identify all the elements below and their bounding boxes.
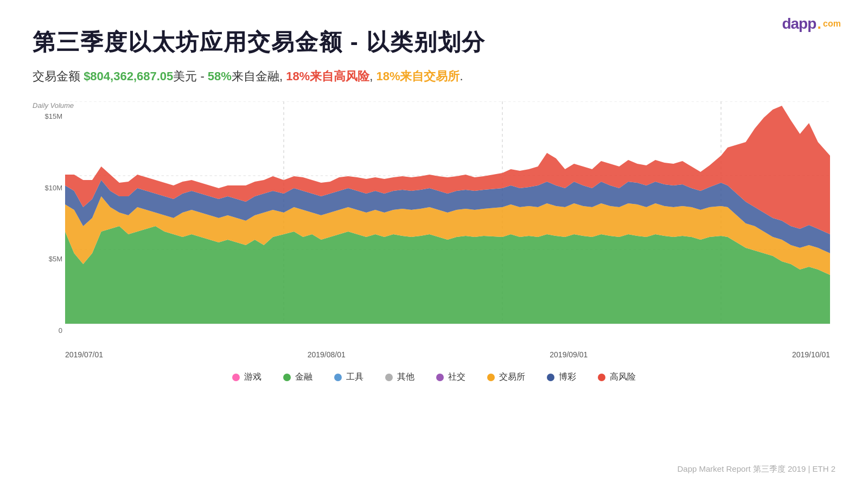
x-tick-oct: 2019/10/01 bbox=[792, 350, 830, 359]
y-tick-10m: $10M bbox=[35, 184, 62, 192]
legend-dot-exchange bbox=[487, 374, 495, 381]
legend-dot-tools bbox=[334, 374, 342, 381]
risk-pct: 18% bbox=[286, 69, 310, 83]
legend-dot-social bbox=[436, 374, 444, 381]
x-tick-aug: 2019/08/01 bbox=[308, 350, 346, 359]
comma1: , bbox=[279, 69, 286, 83]
page-container: dapp . com 第三季度以太坊应用交易金额 - 以类别划分 交易金额 $8… bbox=[0, 0, 868, 488]
logo-dot: . bbox=[817, 15, 821, 33]
chart-area: Daily Volume $15M $10M $5M 0 bbox=[33, 101, 835, 362]
x-tick-sep: 2019/09/01 bbox=[550, 350, 588, 359]
legend-item-exchange: 交易所 bbox=[487, 371, 525, 383]
legend-item-gambling: 博彩 bbox=[547, 371, 576, 383]
legend-label-other: 其他 bbox=[397, 371, 414, 383]
legend-dot-gambling bbox=[547, 374, 554, 381]
legend-label-social: 社交 bbox=[448, 371, 465, 383]
legend-label-highrisk: 高风险 bbox=[610, 371, 636, 383]
legend-item-other: 其他 bbox=[385, 371, 414, 383]
amount-value: $804,362,687.05 bbox=[84, 69, 173, 83]
risk-label: 来自高风险 bbox=[310, 69, 369, 83]
legend-label-finance: 金融 bbox=[295, 371, 312, 383]
y-tick-15m: $15M bbox=[35, 112, 62, 120]
y-tick-5m: $5M bbox=[35, 255, 62, 263]
period: . bbox=[459, 69, 463, 83]
legend-label-tools: 工具 bbox=[346, 371, 363, 383]
legend-label-gambling: 博彩 bbox=[559, 371, 576, 383]
legend-label-game: 游戏 bbox=[244, 371, 261, 383]
x-tick-jul: 2019/07/01 bbox=[65, 350, 103, 359]
chart-svg-wrapper bbox=[65, 101, 830, 335]
legend-dot-other bbox=[385, 374, 393, 381]
exchange-pct: 18% bbox=[376, 69, 400, 83]
legend-item-game: 游戏 bbox=[232, 371, 261, 383]
finance-pct: 58% bbox=[208, 69, 232, 83]
legend-item-finance: 金融 bbox=[283, 371, 312, 383]
comma2: , bbox=[369, 69, 376, 83]
page-title: 第三季度以太坊应用交易金额 - 以类别划分 bbox=[33, 27, 835, 57]
exchange-label: 来自交易所 bbox=[400, 69, 459, 83]
subtitle-currency: 美元 - bbox=[173, 69, 208, 83]
legend-dot-game bbox=[232, 374, 240, 381]
logo: dapp . com bbox=[782, 15, 841, 33]
logo-tld: com bbox=[823, 19, 841, 29]
subtitle: 交易金额 $804,362,687.05美元 - 58%来自金融, 18%来自高… bbox=[33, 67, 835, 85]
legend-item-highrisk: 高风险 bbox=[598, 371, 636, 383]
legend-dot-finance bbox=[283, 374, 291, 381]
finance-label: 来自金融 bbox=[232, 69, 279, 83]
legend-item-tools: 工具 bbox=[334, 371, 363, 383]
x-axis: 2019/07/01 2019/08/01 2019/09/01 2019/10… bbox=[65, 350, 830, 359]
chart-svg bbox=[65, 101, 830, 335]
subtitle-prefix: 交易金额 bbox=[33, 69, 84, 83]
logo-brand: dapp bbox=[782, 15, 816, 33]
legend-dot-highrisk bbox=[598, 374, 605, 381]
y-tick-0: 0 bbox=[35, 326, 62, 335]
legend: 游戏 金融 工具 其他 社交 交易所 博彩 高风险 bbox=[33, 371, 835, 383]
footer-text: Dapp Market Report 第三季度 2019 | ETH 2 bbox=[677, 464, 835, 474]
legend-item-social: 社交 bbox=[436, 371, 465, 383]
legend-label-exchange: 交易所 bbox=[499, 371, 525, 383]
